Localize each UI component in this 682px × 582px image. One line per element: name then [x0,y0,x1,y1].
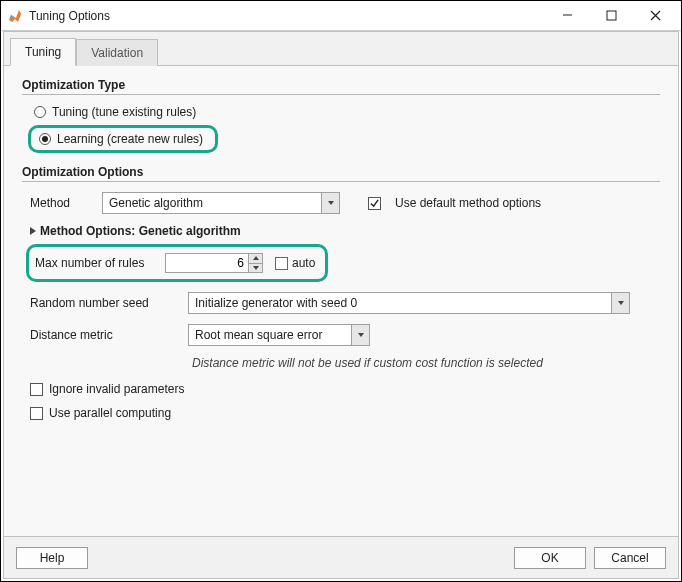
use-default-checkbox[interactable] [368,197,381,210]
ignore-invalid-label: Ignore invalid parameters [49,382,184,396]
ok-button[interactable]: OK [514,547,586,569]
svg-rect-1 [607,11,616,20]
method-dropdown[interactable]: Genetic algorithm [102,192,340,214]
method-row: Method Genetic algorithm Use default met… [30,192,660,214]
tab-bar: Tuning Validation [4,32,678,66]
highlight-max-rules: Max number of rules auto [26,244,328,282]
titlebar: Tuning Options [1,1,681,31]
parallel-label: Use parallel computing [49,406,171,420]
max-rules-label: Max number of rules [35,256,165,270]
chevron-down-icon [321,193,339,213]
radio-tuning-label: Tuning (tune existing rules) [52,105,196,119]
method-label: Method [30,196,92,210]
distance-value: Root mean square error [195,328,363,342]
ignore-invalid-checkbox[interactable] [30,383,43,396]
minimize-button[interactable] [545,2,589,30]
help-button[interactable]: Help [16,547,88,569]
chevron-down-icon [351,325,369,345]
tab-body-tuning: Optimization Type Tuning (tune existing … [4,66,678,536]
parallel-checkbox[interactable] [30,407,43,420]
content-area: Tuning Validation Optimization Type Tuni… [3,31,679,579]
optimization-type-heading: Optimization Type [22,78,660,92]
seed-value: Initialize generator with seed 0 [195,296,623,310]
distance-row: Distance metric Root mean square error [30,324,660,346]
parallel-row[interactable]: Use parallel computing [30,406,660,420]
triangle-right-icon [30,227,36,235]
tab-tuning[interactable]: Tuning [10,38,76,66]
tab-validation[interactable]: Validation [76,39,158,66]
dialog-footer: Help OK Cancel [4,536,678,578]
spinner-up-icon[interactable] [249,254,262,263]
cancel-button[interactable]: Cancel [594,547,666,569]
method-value: Genetic algorithm [109,196,333,210]
use-default-label: Use default method options [395,196,541,210]
radio-tuning-row[interactable]: Tuning (tune existing rules) [34,105,660,119]
auto-checkbox[interactable] [275,257,288,270]
divider [22,181,660,182]
distance-label: Distance metric [30,328,188,342]
optimization-options-heading: Optimization Options [22,165,660,179]
distance-dropdown[interactable]: Root mean square error [188,324,370,346]
matlab-icon [7,8,23,24]
radio-tuning-indicator [34,106,46,118]
radio-learning-label: Learning (create new rules) [57,132,203,146]
auto-label: auto [292,256,315,270]
highlight-learning: Learning (create new rules) [28,125,218,153]
chevron-down-icon [611,293,629,313]
max-rules-input[interactable] [165,253,249,273]
spinner-down-icon[interactable] [249,263,262,273]
seed-row: Random number seed Initialize generator … [30,292,660,314]
distance-note: Distance metric will not be used if cust… [192,356,660,370]
divider [22,94,660,95]
method-options-toggle[interactable]: Method Options: Genetic algorithm [30,224,660,238]
seed-dropdown[interactable]: Initialize generator with seed 0 [188,292,630,314]
maximize-button[interactable] [589,2,633,30]
seed-label: Random number seed [30,296,188,310]
close-button[interactable] [633,2,677,30]
max-rules-spinner[interactable] [249,253,263,273]
window-title: Tuning Options [29,9,110,23]
ignore-invalid-row[interactable]: Ignore invalid parameters [30,382,660,396]
method-options-heading: Method Options: Genetic algorithm [40,224,241,238]
radio-learning-indicator[interactable] [39,133,51,145]
